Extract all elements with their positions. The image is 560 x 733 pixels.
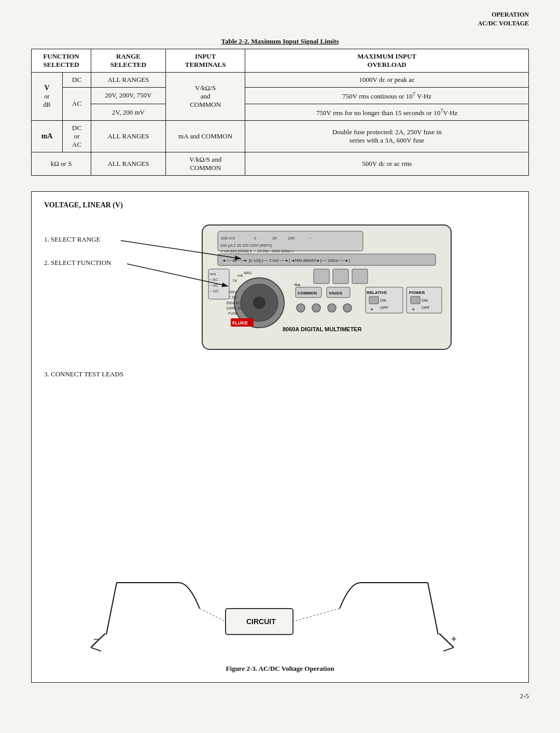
input-vkos: V/kΩ/SandCOMMON xyxy=(165,72,245,121)
svg-text:COMMON: COMMON xyxy=(298,291,317,295)
header-line2: AC/DC VOLTAGE xyxy=(31,19,529,28)
svg-text:−: − xyxy=(93,634,99,644)
meter-diagram: 200 mV 2 20 200 ··· 200 µA 2 20 200 2000… xyxy=(176,220,487,386)
svg-text:8060A DIGITAL MULTIMETER: 8060A DIGITAL MULTIMETER xyxy=(283,326,361,332)
col-header-range: RANGESELECTED xyxy=(91,49,166,72)
table-row: AC 20V, 200V, 750V 750V rms continous or… xyxy=(32,87,529,104)
svg-text:■: ■ xyxy=(371,307,373,311)
svg-line-64 xyxy=(443,647,454,651)
svg-text:ON: ON xyxy=(422,298,428,303)
figure-box: VOLTAGE, LINEAR (V) 1. SELECT RANGE 2. S… xyxy=(31,191,529,683)
svg-text:⎓  DC: ⎓ DC xyxy=(209,289,219,293)
function-kohm: kΩ or S xyxy=(32,152,91,176)
function-dc: DC xyxy=(63,72,91,87)
step2-label: 2. SELECT FUNCTION xyxy=(44,259,111,267)
input-vkos-common: V/kΩ/S andCOMMON xyxy=(165,152,245,176)
svg-point-32 xyxy=(328,304,336,312)
step1-label: 1. SELECT RANGE xyxy=(44,235,100,244)
page-header: OPERATION AC/DC VOLTAGE xyxy=(31,10,529,28)
svg-text:200: 200 xyxy=(288,236,295,241)
svg-text:+: + xyxy=(451,634,457,644)
svg-text:mA: mA xyxy=(237,274,243,277)
svg-text:ON: ON xyxy=(380,298,386,303)
svg-line-66 xyxy=(200,609,226,622)
header-line1: OPERATION xyxy=(31,10,529,19)
range-2v: 2V, 200 mV xyxy=(91,104,166,120)
svg-text:OFF: OFF xyxy=(380,305,388,310)
max-750v-cont: 750V rms continous or 107 V·Hz xyxy=(245,87,529,104)
svg-text:200 mV: 200 mV xyxy=(221,236,235,241)
input-ma-common: mA and COMMON xyxy=(165,121,245,152)
svg-text:V  mA  (kΩ)  [200Ω]  2 →  20  : V mA (kΩ) [200Ω] 2 → 20 200 - 2000 20MΩ⊃ xyxy=(220,249,294,253)
function-ac: AC xyxy=(63,87,91,121)
svg-text:FLUKE: FLUKE xyxy=(232,320,248,326)
svg-text:■: ■ xyxy=(412,307,414,311)
svg-point-33 xyxy=(343,304,352,312)
svg-rect-54 xyxy=(352,269,368,284)
svg-rect-53 xyxy=(333,269,348,284)
svg-text:200 µA  2    20    200   2000 : 200 µA 2 20 200 2000 (REF2) xyxy=(220,243,272,248)
max-750v-15s: 750V rms for no longer than 15 seconds o… xyxy=(245,104,529,120)
svg-point-30 xyxy=(297,304,305,312)
function-v: VordB xyxy=(32,72,63,121)
svg-text:V/kΩ/S: V/kΩ/S xyxy=(329,291,343,295)
figure-caption: Figure 2-3. AC/DC Voltage Operation xyxy=(44,665,516,673)
figure-title: VOLTAGE, LINEAR (V) xyxy=(44,201,516,209)
svg-text:◄── dB ──►  [S 1/Ω]  [── 2 mS : ◄── dB ──► [S 1/Ω] [── 2 mS ──►] ◄MIN dB… xyxy=(222,258,350,263)
svg-point-13 xyxy=(253,297,265,309)
col-header-function: FUNCTIONSELECTED xyxy=(32,49,91,72)
svg-text:1000V DC: 1000V DC xyxy=(226,306,243,310)
function-dc-ac: DCorAC xyxy=(63,121,91,152)
svg-text:rms: rms xyxy=(209,272,216,276)
function-ma: mA xyxy=(32,121,63,152)
svg-text:FUSE: FUSE xyxy=(228,312,238,315)
svg-rect-42 xyxy=(411,297,420,304)
svg-text:350V: 350V xyxy=(228,290,237,294)
signal-limits-table: FUNCTIONSELECTED RANGESELECTED INPUTTERM… xyxy=(31,49,529,176)
max-fuse: Double fuse protected: 2A, 250V fuse ins… xyxy=(245,121,529,152)
circuit-svg: CIRCUIT − + xyxy=(86,557,474,660)
svg-rect-52 xyxy=(314,269,329,284)
col-header-input: INPUTTERMINALS xyxy=(165,49,245,72)
table-row: 2V, 200 mV 750V rms for no longer than 1… xyxy=(32,104,529,120)
svg-text:20: 20 xyxy=(272,236,277,241)
svg-text:2: 2 xyxy=(254,236,257,241)
svg-text:RELATIVE: RELATIVE xyxy=(367,290,387,295)
range-kohm-all: ALL RANGES xyxy=(91,152,166,176)
range-all: ALL RANGES xyxy=(91,72,166,87)
svg-line-67 xyxy=(293,609,340,622)
svg-text:CIRCUIT: CIRCUIT xyxy=(246,617,276,626)
svg-rect-36 xyxy=(369,297,379,304)
svg-text:─  AC: ─ AC xyxy=(209,283,219,288)
table-title: Table 2-2. Maximum Input Signal Limits xyxy=(31,37,529,46)
table-row: kΩ or S ALL RANGES V/kΩ/S andCOMMON 500V… xyxy=(32,152,529,176)
svg-text:OFF: OFF xyxy=(422,305,430,310)
max-500v: 500V dc or ac rms xyxy=(245,152,529,176)
svg-text:~  AC: ~ AC xyxy=(209,277,218,282)
range-ma-all: ALL RANGES xyxy=(91,121,166,152)
svg-rect-1 xyxy=(218,231,363,251)
svg-text:7A: 7A xyxy=(232,279,237,283)
svg-text:···: ··· xyxy=(309,236,312,241)
max-1000v: 1000V dc or peak ac xyxy=(245,72,529,87)
svg-line-61 xyxy=(91,647,101,651)
svg-text:350V AC: 350V AC xyxy=(226,301,241,305)
page-number: 2-5 xyxy=(31,692,529,700)
table-row: VordB DC ALL RANGES V/kΩ/SandCOMMON 1000… xyxy=(32,72,529,87)
circuit-diagram: CIRCUIT − + xyxy=(44,557,516,660)
range-20v: 20V, 200V, 750V xyxy=(91,87,166,104)
col-header-max: MAXIMUM INPUTOVERLOAD xyxy=(245,49,529,72)
svg-point-31 xyxy=(312,304,320,312)
svg-text:POWER: POWER xyxy=(409,290,425,295)
table-row: mA DCorAC ALL RANGES mA and COMMON Doubl… xyxy=(32,121,529,152)
step3-label: 3. CONNECT TEST LEADS xyxy=(44,370,123,378)
svg-text:MAS: MAS xyxy=(244,271,252,275)
